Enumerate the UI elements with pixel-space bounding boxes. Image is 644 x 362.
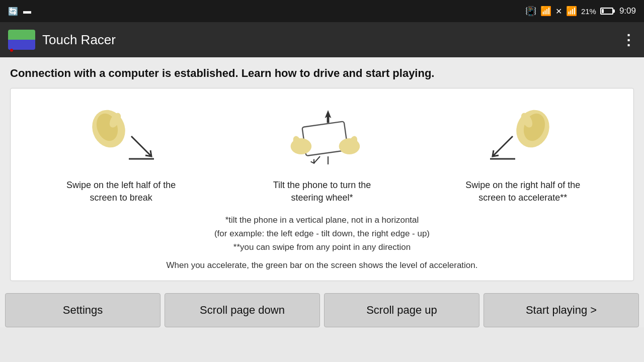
gesture-steer: Tilt the phone to turn thesteering wheel… <box>231 99 412 204</box>
bottom-buttons: Settings Scroll page down Scroll page up… <box>0 288 644 327</box>
refresh-icon: 🔄 <box>8 7 18 16</box>
gestures-row: Swipe on the left half of thescreen to b… <box>21 99 623 204</box>
gesture-accelerate: Swipe on the right half of thescreen to … <box>433 99 613 204</box>
screen-icon: ▬ <box>23 7 31 16</box>
app-bar: Touch Racer ⋮ <box>0 22 644 57</box>
brake-illustration <box>81 99 162 174</box>
app-title: Touch Racer <box>42 32 116 48</box>
svg-line-3 <box>131 136 151 156</box>
app-bar-left: Touch Racer <box>8 30 116 50</box>
gesture-brake: Swipe on the left half of thescreen to b… <box>31 99 211 204</box>
svg-marker-5 <box>325 110 332 123</box>
svg-line-11 <box>314 156 320 163</box>
note-3: **you can swipe from any point in any di… <box>21 240 623 254</box>
acceleration-note: When you accelerate, the green bar on th… <box>21 260 623 270</box>
overflow-menu-icon[interactable]: ⋮ <box>621 32 636 48</box>
steer-svg <box>282 101 362 171</box>
steer-label: Tilt the phone to turn thesteering wheel… <box>273 179 371 204</box>
note-1: *tilt the phone in a vertical plane, not… <box>21 213 623 227</box>
svg-line-16 <box>493 136 513 156</box>
status-bar: 🔄 ▬ 📳 📶 ✕ 📶 21% 9:09 <box>0 0 644 22</box>
vibrate-icon: 📳 <box>525 6 536 17</box>
clock: 9:09 <box>619 6 636 16</box>
main-content: Connection with a computer is establishe… <box>0 57 644 288</box>
accelerate-label: Swipe on the right half of thescreen to … <box>465 179 580 204</box>
accelerate-illustration <box>482 99 563 174</box>
brake-label: Swipe on the left half of thescreen to b… <box>66 179 176 204</box>
start-playing-button[interactable]: Start playing > <box>484 293 639 327</box>
status-bar-left: 🔄 ▬ <box>8 7 31 16</box>
steer-illustration <box>282 99 362 174</box>
settings-button[interactable]: Settings <box>5 293 160 327</box>
brake-svg <box>81 101 162 171</box>
scroll-up-button[interactable]: Scroll page up <box>324 293 479 327</box>
instruction-card: Swipe on the left half of thescreen to b… <box>10 88 634 281</box>
scroll-down-button[interactable]: Scroll page down <box>165 293 320 327</box>
connection-text: Connection with a computer is establishe… <box>10 66 634 81</box>
close-icon: ✕ <box>555 7 562 16</box>
wifi-icon: 📶 <box>540 6 551 17</box>
status-bar-right: 📳 📶 ✕ 📶 21% 9:09 <box>525 6 636 17</box>
battery-icon <box>600 8 613 15</box>
app-icon <box>8 30 35 50</box>
battery-percent: 21% <box>581 7 596 16</box>
signal-icon: 📶 <box>566 6 577 17</box>
note-2: (for example: the left edge - tilt down,… <box>21 227 623 240</box>
accelerate-svg <box>482 101 563 171</box>
notes-section: *tilt the phone in a vertical plane, not… <box>21 213 623 254</box>
